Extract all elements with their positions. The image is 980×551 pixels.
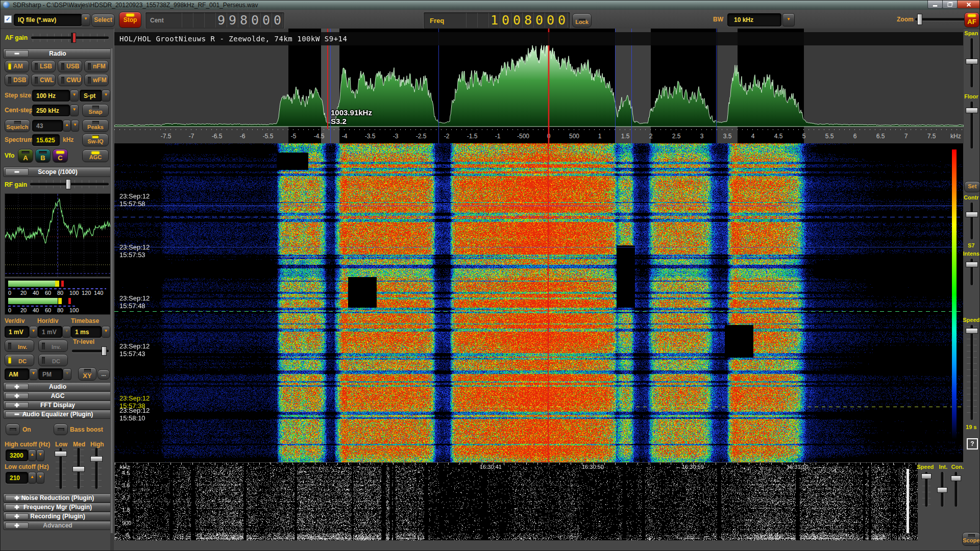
frequency-digit[interactable]: 9 bbox=[216, 13, 227, 28]
oscilloscope-display[interactable] bbox=[5, 193, 111, 277]
eq-low-thumb[interactable] bbox=[55, 451, 67, 457]
high-cutoff-up-icon[interactable]: ▲ bbox=[28, 449, 36, 461]
eq-med-slider[interactable] bbox=[72, 448, 85, 489]
eq-low-slider[interactable] bbox=[55, 448, 67, 489]
verdiv-arrow-icon[interactable]: ▼ bbox=[29, 326, 38, 338]
source-dropdown-arrow-icon[interactable]: ▼ bbox=[81, 14, 90, 26]
af-gain-slider[interactable] bbox=[31, 33, 109, 43]
high-cutoff-down-icon[interactable]: ▼ bbox=[36, 449, 44, 461]
stop-button[interactable]: Stop bbox=[119, 12, 141, 28]
sidebar-scrollbar[interactable] bbox=[110, 48, 114, 551]
panel-header-fft[interactable]: FFT Display bbox=[3, 400, 112, 410]
eq-high-thumb[interactable] bbox=[90, 456, 103, 462]
audio-speed-slider[interactable] bbox=[921, 472, 932, 507]
contr-slider[interactable] bbox=[966, 203, 978, 239]
frequency-digit[interactable] bbox=[455, 13, 467, 28]
speed-thumb[interactable] bbox=[966, 328, 978, 334]
audio-int-thumb[interactable] bbox=[937, 487, 947, 493]
vfo-button-a[interactable]: A bbox=[18, 149, 33, 163]
frequency-digit[interactable]: 8 bbox=[238, 13, 250, 28]
agc-button[interactable]: AGC bbox=[82, 149, 109, 162]
vfo-button-c[interactable]: C bbox=[53, 149, 68, 163]
rf-gain-slider[interactable] bbox=[30, 179, 109, 189]
zoom-slider-thumb[interactable] bbox=[917, 14, 922, 25]
expand-icon[interactable] bbox=[5, 402, 29, 408]
mode-button-lsb[interactable]: LSB bbox=[31, 60, 56, 72]
bass-boost-button[interactable] bbox=[54, 423, 68, 435]
select-button[interactable]: Select bbox=[91, 14, 115, 27]
expand-icon[interactable] bbox=[5, 513, 29, 519]
zoom-slider[interactable] bbox=[915, 14, 966, 25]
low-cutoff-down-icon[interactable]: ▼ bbox=[36, 472, 44, 484]
eq-med-thumb[interactable] bbox=[72, 466, 85, 472]
frequency-digit[interactable]: 0 bbox=[545, 13, 556, 28]
af-gain-slider-thumb[interactable] bbox=[71, 33, 76, 43]
floor-slider[interactable] bbox=[966, 102, 978, 148]
frequency-digit[interactable] bbox=[478, 13, 489, 28]
frequency-digit[interactable]: 0 bbox=[556, 13, 568, 28]
spectrogram-position-bar[interactable] bbox=[906, 469, 909, 533]
mode-button-cwu[interactable]: CWU bbox=[58, 74, 82, 86]
panel-header-recording[interactable]: Recording (Plugin) bbox=[3, 512, 112, 521]
restore-button[interactable] bbox=[942, 1, 958, 9]
mode-button-cwl[interactable]: CWL bbox=[31, 74, 56, 86]
step-size-arrow-icon[interactable]: ▼ bbox=[70, 90, 79, 102]
spt-select[interactable]: S-pt bbox=[80, 90, 102, 102]
frequency-digit[interactable] bbox=[193, 13, 205, 28]
vfo-button-b[interactable]: B bbox=[35, 149, 51, 163]
collapse-icon[interactable] bbox=[5, 168, 29, 176]
high-cutoff-input[interactable]: 3200 bbox=[6, 449, 28, 461]
cent-step-arrow-icon[interactable]: ▼ bbox=[70, 105, 79, 116]
step-size-select[interactable]: 100 Hz bbox=[32, 90, 70, 102]
timebase-arrow-icon[interactable]: ▼ bbox=[102, 326, 110, 338]
title-bar[interactable]: SDRsharp - C:\DSP\Wavjes\HDSDR_20120923_… bbox=[1, 1, 980, 10]
frequency-digit[interactable]: 1 bbox=[489, 13, 500, 28]
intens-slider[interactable] bbox=[966, 259, 978, 285]
expand-icon[interactable] bbox=[5, 522, 29, 529]
contr-thumb[interactable] bbox=[966, 212, 978, 217]
dc-button[interactable]: DC bbox=[5, 354, 34, 366]
verdiv-select[interactable]: 1 mV bbox=[5, 326, 29, 338]
peaks-button[interactable]: Peaks bbox=[82, 119, 109, 132]
bw-dropdown-arrow-icon[interactable]: ▼ bbox=[782, 13, 795, 27]
source-checkbox[interactable]: ✓ bbox=[4, 15, 12, 23]
minimize-button[interactable] bbox=[927, 1, 943, 9]
af-button[interactable]: AF bbox=[964, 12, 979, 28]
audio-con-slider[interactable] bbox=[951, 472, 961, 507]
frequency-digit[interactable]: 0 bbox=[500, 13, 511, 28]
panel-header-eq[interactable]: Audio Equalizer (Plugin) bbox=[3, 410, 112, 419]
mode-button-dsb[interactable]: DSB bbox=[5, 74, 29, 86]
scope-mode1-arrow-icon[interactable]: ▼ bbox=[29, 368, 38, 380]
scope-button[interactable]: Scope bbox=[962, 532, 980, 546]
expand-icon[interactable] bbox=[5, 393, 29, 399]
low-cutoff-input[interactable]: 210 bbox=[6, 472, 28, 484]
speed-slider[interactable] bbox=[966, 325, 978, 420]
panel-header-noise-reduction[interactable]: Noise Reduction (Plugin) bbox=[3, 493, 112, 503]
audio-spectrogram[interactable] bbox=[115, 463, 918, 540]
frequency-digit[interactable]: 0 bbox=[272, 13, 283, 28]
eq-high-slider[interactable] bbox=[90, 448, 103, 489]
panel-header-advanced[interactable]: Advanced bbox=[3, 521, 112, 530]
squelch-down-icon[interactable]: ▼ bbox=[71, 120, 79, 132]
frequency-digit[interactable]: 9 bbox=[227, 13, 238, 28]
frequency-digit[interactable] bbox=[205, 13, 216, 28]
floor-thumb[interactable] bbox=[966, 108, 978, 113]
rf-gain-slider-thumb[interactable] bbox=[66, 179, 71, 189]
eq-on-button[interactable] bbox=[6, 423, 20, 435]
squelch-up-icon[interactable]: ▲ bbox=[63, 120, 71, 132]
low-cutoff-up-icon[interactable]: ▲ bbox=[28, 472, 36, 484]
timebase-select[interactable]: 1 ms bbox=[71, 326, 102, 338]
expand-icon[interactable] bbox=[5, 384, 29, 390]
invert-button[interactable]: Inv. bbox=[5, 340, 34, 352]
tuned-frequency-display[interactable]: Freq 1008000 bbox=[423, 12, 571, 29]
frequency-digit[interactable] bbox=[467, 13, 478, 28]
mode-button-am[interactable]: AM bbox=[5, 60, 29, 72]
source-select[interactable]: IQ file (*.wav) bbox=[14, 14, 82, 26]
mode-button-usb[interactable]: USB bbox=[58, 60, 82, 72]
close-button[interactable] bbox=[957, 1, 980, 9]
squelch-button[interactable]: Squelch bbox=[5, 119, 30, 132]
squelch-input[interactable]: 43 bbox=[32, 120, 63, 132]
frequency-digit[interactable]: 0 bbox=[511, 13, 523, 28]
xy-button[interactable]: XY bbox=[78, 367, 96, 381]
spt-arrow-icon[interactable]: ▼ bbox=[102, 90, 110, 102]
